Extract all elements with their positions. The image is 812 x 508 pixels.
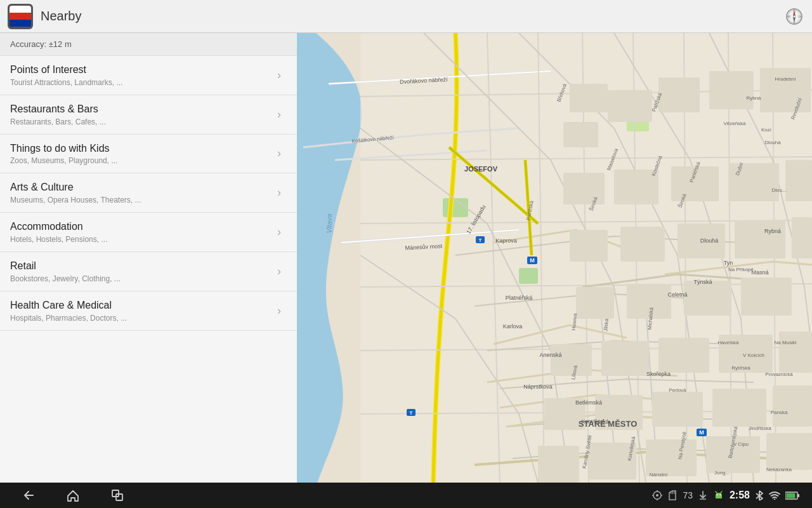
svg-text:Nekázanka: Nekázanka xyxy=(766,467,792,472)
svg-text:Betlémská: Betlémská xyxy=(575,399,602,406)
home-button[interactable] xyxy=(57,484,89,507)
svg-rect-150 xyxy=(787,493,796,498)
category-chevron-poi: › xyxy=(272,67,287,83)
svg-rect-31 xyxy=(563,122,598,147)
map-area[interactable]: M M T T JOSEFOV STARÉ MĚSTO Dvořákovo ná… xyxy=(297,33,812,483)
svg-point-134 xyxy=(656,494,658,497)
svg-rect-40 xyxy=(785,160,812,201)
category-chevron-kids: › xyxy=(272,146,287,161)
svg-text:Skořepka: Skořepka xyxy=(646,371,671,377)
category-subtitle-retail: Bookstores, Jewelry, Clothing, ... xyxy=(10,274,272,283)
category-chevron-health: › xyxy=(272,303,287,318)
svg-rect-44 xyxy=(735,220,785,258)
bottom-bar: 73 2:58 xyxy=(0,483,812,508)
top-bar: Nearby N S W E xyxy=(0,0,812,33)
svg-text:Jindřišská: Jindřišská xyxy=(749,425,771,431)
category-item-health[interactable]: Health Care & Medical Hospitals, Pharmac… xyxy=(0,291,297,331)
svg-rect-54 xyxy=(779,331,812,373)
svg-line-146 xyxy=(721,491,722,493)
category-subtitle-health: Hospitals, Pharmacies, Doctors, ... xyxy=(10,314,272,323)
category-title-restaurants: Restaurants & Bars xyxy=(10,103,272,116)
android-icon xyxy=(713,490,724,501)
category-item-accommodation[interactable]: Accommodation Hotels, Hostels, Pensions,… xyxy=(0,213,297,252)
svg-text:Kaprova: Kaprova xyxy=(495,237,517,244)
bluetooth-icon xyxy=(755,490,764,500)
category-chevron-restaurants: › xyxy=(272,107,287,122)
svg-rect-48 xyxy=(684,281,731,316)
category-item-restaurants[interactable]: Restaurants & Bars Restaurants, Bars, Ca… xyxy=(0,95,297,135)
recent-apps-button[interactable] xyxy=(102,484,133,507)
svg-text:M: M xyxy=(699,429,704,436)
download-icon xyxy=(698,490,708,500)
accuracy-bar: Accuracy: ±12 m xyxy=(0,33,297,56)
svg-rect-32 xyxy=(608,90,652,122)
svg-point-144 xyxy=(719,494,721,495)
signal-text: 73 xyxy=(683,490,693,500)
svg-line-145 xyxy=(716,491,717,493)
left-panel: Accuracy: ±12 m Points of Interest Touri… xyxy=(0,33,297,483)
svg-text:JOSEFOV: JOSEFOV xyxy=(464,165,498,173)
svg-text:Panská: Panská xyxy=(771,410,788,415)
svg-text:Konviktská: Konviktská xyxy=(581,418,609,425)
category-item-kids[interactable]: Things to do with Kids Zoos, Museums, Pl… xyxy=(0,135,297,174)
category-title-kids: Things to do with Kids xyxy=(10,142,272,156)
svg-text:Národní: Národní xyxy=(650,472,668,478)
svg-text:Havelská: Havelská xyxy=(718,340,739,345)
category-item-retail[interactable]: Retail Bookstores, Jewelry, Clothing, ..… xyxy=(0,252,297,291)
svg-rect-58 xyxy=(712,389,766,427)
svg-rect-30 xyxy=(570,84,608,112)
svg-rect-51 xyxy=(601,341,649,376)
svg-point-143 xyxy=(716,494,717,495)
svg-text:Tyn: Tyn xyxy=(724,260,733,266)
wifi-icon xyxy=(769,491,780,500)
svg-text:Vězeňská: Vězeňská xyxy=(723,121,746,126)
svg-rect-41 xyxy=(570,230,608,262)
svg-rect-46 xyxy=(576,287,614,319)
svg-rect-149 xyxy=(798,494,800,497)
svg-text:M: M xyxy=(530,257,535,264)
svg-text:N: N xyxy=(793,10,796,14)
back-button[interactable] xyxy=(13,484,44,507)
svg-rect-64 xyxy=(766,433,812,470)
category-subtitle-kids: Zoos, Museums, Playground, ... xyxy=(10,156,272,165)
svg-text:Týnská: Týnská xyxy=(693,279,712,285)
svg-text:Masná: Masná xyxy=(751,269,768,276)
svg-text:Náprstkova: Náprstkova xyxy=(523,384,553,390)
category-item-poi[interactable]: Points of Interest Tourist Attractions, … xyxy=(0,56,297,95)
svg-text:Provaznická: Provaznická xyxy=(765,371,793,377)
svg-rect-14 xyxy=(443,198,468,217)
svg-rect-36 xyxy=(563,173,605,204)
svg-point-147 xyxy=(774,498,775,500)
svg-rect-59 xyxy=(773,385,812,427)
category-item-arts[interactable]: Arts & Culture Museums, Opera Houses, Th… xyxy=(0,173,297,213)
category-title-poi: Points of Interest xyxy=(10,64,272,77)
svg-text:Anenská: Anenská xyxy=(539,352,561,358)
time-display: 2:58 xyxy=(730,490,750,501)
category-chevron-accommodation: › xyxy=(272,225,287,240)
accuracy-text: Accuracy: ±12 m xyxy=(10,39,72,49)
svg-text:Hradební: Hradební xyxy=(775,76,797,82)
svg-text:W: W xyxy=(788,14,791,18)
compass-icon[interactable]: N S W E xyxy=(784,6,804,27)
category-subtitle-poi: Tourist Attractions, Landmarks, ... xyxy=(10,78,272,87)
svg-rect-62 xyxy=(646,439,697,476)
svg-rect-34 xyxy=(709,71,754,109)
svg-rect-131 xyxy=(112,490,119,497)
svg-text:Rytířská: Rytířská xyxy=(731,365,750,371)
svg-text:Na Příkopě: Na Příkopě xyxy=(728,267,754,272)
category-subtitle-accommodation: Hotels, Hostels, Pensions, ... xyxy=(10,235,272,244)
sdcard-icon xyxy=(667,490,678,500)
svg-text:T: T xyxy=(410,410,413,416)
category-subtitle-arts: Museums, Opera Houses, Theaters, ... xyxy=(10,196,272,204)
location-icon xyxy=(652,490,662,500)
category-title-health: Health Care & Medical xyxy=(10,299,272,312)
category-title-accommodation: Accommodation xyxy=(10,220,272,234)
status-bar: 73 2:58 xyxy=(652,490,799,501)
svg-rect-49 xyxy=(741,277,792,316)
category-chevron-arts: › xyxy=(272,185,287,201)
svg-text:Karlova: Karlova xyxy=(503,323,523,330)
svg-text:Rybná: Rybná xyxy=(764,228,781,234)
svg-rect-57 xyxy=(652,392,703,427)
svg-text:V Kolcích: V Kolcích xyxy=(743,352,764,358)
svg-rect-42 xyxy=(620,227,665,262)
